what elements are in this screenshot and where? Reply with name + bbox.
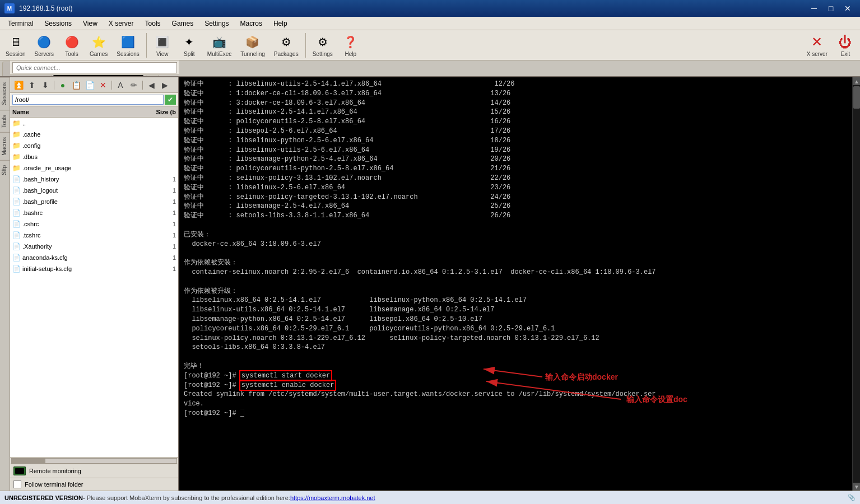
file-tool-new-file[interactable]: 📄 [83,80,96,91]
terminal-line: vice. [184,399,856,409]
main-content: Sessions Tools Macros Sftp ⏫ ⬆ ⬇ ● 📋 📄 ✕… [0,77,860,491]
app-icon: M [4,3,15,13]
list-item[interactable]: 📁 .config [10,140,178,151]
file-tool-down[interactable]: ⬇ [39,80,52,91]
terminal-line: docker-ce.x86_64 3:18.09.6-3.el7 [184,240,856,249]
menu-bar: Terminal Sessions View X server Tools Ga… [0,17,860,30]
list-item[interactable]: 📄 .bashrc 1 [10,207,178,218]
file-tool-sep2 [111,81,112,90]
list-item[interactable]: 📁 .cache [10,129,178,140]
remote-monitoring-button[interactable]: Remote monitoring [10,464,178,478]
file-tool-sep3 [142,81,143,90]
list-item[interactable]: 📄 .bash_history 1 [10,174,178,185]
menu-tools[interactable]: Tools [140,18,166,29]
sidebar-tab-sftp[interactable]: Sftp [0,160,10,180]
list-item[interactable]: 📄 initial-setup-ks.cfg 1 [10,263,178,274]
file-tool-new-folder[interactable]: ● [57,80,69,91]
file-tool-a[interactable]: A [114,80,127,91]
toolbar-separator-1 [146,33,147,58]
file-icon: 📄 [12,198,22,206]
quick-connect-input[interactable] [12,62,177,73]
file-list-header: Name Size (b [10,106,178,118]
path-input[interactable] [12,95,164,105]
menu-games[interactable]: Games [166,18,199,29]
terminal-content[interactable]: 验证中 : libselinux-utils-2.5-14.1.el7.x86_… [179,77,860,491]
list-item[interactable]: 📄 anaconda-ks.cfg 1 [10,252,178,263]
scrollbar-up-button[interactable]: ▲ [853,77,860,85]
toolbar-help[interactable]: ❓ Help [338,33,363,57]
terminal-line: 验证中 : libsemanage-2.5-4.el7.x86_64 25/26 [184,202,856,211]
status-unregistered: UNREGISTERED VERSION [4,494,83,501]
file-size: 1 [142,176,176,183]
toolbar-exit[interactable]: ⏻ Exit [833,33,858,57]
toolbar-split[interactable]: ✦ Split [177,33,202,57]
file-tool-prev[interactable]: ◀ [145,80,157,91]
toolbar-settings[interactable]: ⚙ Settings [309,33,336,57]
file-name: .bashrc [22,209,142,216]
list-item[interactable]: 📄 .bash_profile 1 [10,196,178,207]
list-item[interactable]: 📄 .tcshrc 1 [10,230,178,241]
menu-xserver[interactable]: X server [103,18,140,29]
minimize-button[interactable]: ─ [806,2,822,15]
menu-sessions[interactable]: Sessions [39,18,77,29]
sidebar-tab-macros[interactable]: Macros [0,132,10,160]
menu-view[interactable]: View [77,18,103,29]
toolbar-multiexec[interactable]: 📺 MultiExec [204,33,235,57]
monitor-screen-icon [15,468,24,474]
file-name: .oracle_jre_usage [22,165,142,171]
sidebar-tabs: Sessions Tools Macros Sftp [0,77,10,491]
file-tool-edit[interactable]: ✏ [128,80,140,91]
menu-macros[interactable]: Macros [235,18,268,29]
status-link[interactable]: https://mobaxterm.mobatek.net [290,494,375,501]
scrollbar-down-button[interactable]: ▼ [853,483,860,491]
session-icon: 🖥 [7,33,25,51]
close-button[interactable]: ✕ [840,2,856,15]
list-item[interactable]: 📁 .. [10,118,178,129]
monitor-icon [13,466,26,475]
list-item[interactable]: 📄 .bash_logout 1 [10,185,178,196]
help-icon: ❓ [342,33,360,51]
list-item[interactable]: 📄 .cshrc 1 [10,218,178,230]
toolbar-packages[interactable]: ⚙ Packages [271,33,302,57]
toolbar-sessions[interactable]: 🟦 Sessions [113,33,143,57]
menu-help[interactable]: Help [268,18,293,29]
terminal-scrollbar[interactable]: ▲ ▼ [852,77,860,491]
sidebar-tab-sessions[interactable]: Sessions [0,77,10,110]
tools-label: Tools [65,51,78,57]
terminal-line: libselinux-utils.x86_64 0:2.5-14.1.el7 l… [184,305,856,315]
toolbar-tools[interactable]: 🔴 Tools [59,33,84,57]
list-item[interactable]: 📁 .dbus [10,151,178,162]
file-name: .bash_history [22,176,142,183]
terminal-line-start-docker: [root@192 ~]# systemctl start docker [184,371,856,381]
terminal-line: setools-libs.x86_64 0:3.3.8-4.el7 [184,343,856,352]
file-toolbar: ⏫ ⬆ ⬇ ● 📋 📄 ✕ A ✏ ◀ ▶ [10,77,178,93]
file-tool-up-up[interactable]: ⏫ [12,80,25,91]
toolbar-session[interactable]: 🖥 Session [2,33,29,57]
file-list[interactable]: Name Size (b 📁 .. 📁 .cache 📁 .config [10,106,178,457]
split-icon: ✦ [180,33,198,51]
file-tool-next[interactable]: ▶ [159,80,171,91]
file-tool-delete[interactable]: ✕ [97,80,109,91]
toolbar-games[interactable]: ⭐ Games [86,33,111,57]
toolbar-servers[interactable]: 🔵 Servers [31,33,57,57]
file-icon: 📄 [12,254,22,262]
list-item[interactable]: 📁 .oracle_jre_usage [10,162,178,174]
file-tool-copy[interactable]: 📋 [70,80,82,91]
toolbar-xserver[interactable]: ✕ X server [803,33,831,57]
toolbar-view[interactable]: 🔳 View [150,33,175,57]
sidebar-tab-tools[interactable]: Tools [0,110,10,132]
terminal-line: selinux-policy.noarch 0:3.13.1-229.el7_6… [184,334,856,343]
horizontal-scrollbar[interactable] [10,457,178,464]
menu-settings[interactable]: Settings [199,18,234,29]
menu-terminal[interactable]: Terminal [2,18,39,29]
follow-folder-checkbox[interactable] [13,480,21,488]
maximize-button[interactable]: □ [823,2,839,15]
list-item[interactable]: 📄 .Xauthority 1 [10,241,178,252]
follow-folder-label: Follow terminal folder [25,481,83,488]
terminal-line [184,277,856,287]
file-tool-up[interactable]: ⬆ [26,80,38,91]
path-go-button[interactable]: ✔ [165,95,176,105]
help-label: Help [345,51,357,57]
scrollbar-thumb[interactable] [853,86,860,109]
toolbar-tunneling[interactable]: 📦 Tunneling [237,33,268,57]
